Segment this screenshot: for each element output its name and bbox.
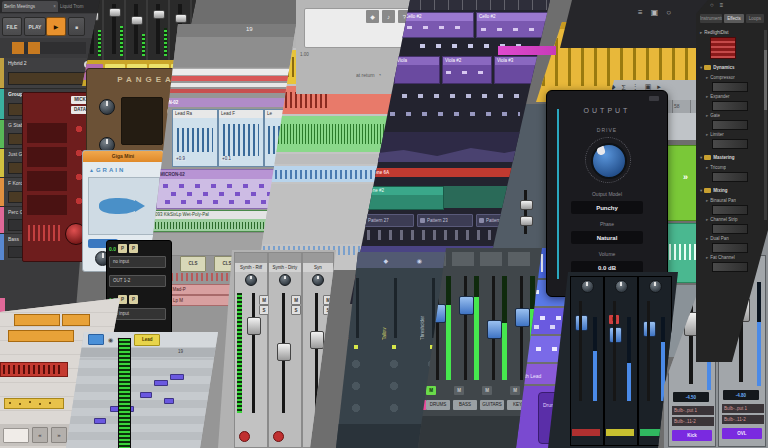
- clip-viola-3[interactable]: Viola #3: [494, 56, 542, 84]
- tab-effects[interactable]: Effects: [724, 14, 744, 23]
- clip-viola-2[interactable]: Viola #2: [442, 56, 492, 84]
- strip-buttons[interactable]: [269, 253, 301, 263]
- automation-clip[interactable]: [370, 132, 538, 162]
- mini-fader-cap[interactable]: [520, 216, 533, 226]
- fader-track[interactable]: [613, 301, 616, 401]
- midi-note[interactable]: [170, 374, 184, 380]
- strip-fader-track[interactable]: [315, 293, 318, 413]
- track-name-strip[interactable]: Kick: [672, 430, 712, 441]
- diamond-icon[interactable]: ◆: [384, 257, 389, 264]
- strip-fader-cap[interactable]: [277, 343, 291, 361]
- clip-cello-2[interactable]: Cello #2: [476, 12, 548, 38]
- strip-fader-cap[interactable]: [247, 317, 261, 335]
- fader-cap[interactable]: [459, 296, 474, 315]
- midi-note[interactable]: [140, 392, 152, 398]
- pan-button[interactable]: P: [129, 295, 138, 304]
- play-button[interactable]: ▶: [46, 17, 66, 36]
- knob-icon[interactable]: ◉: [417, 257, 422, 264]
- orange-clip[interactable]: [14, 314, 60, 326]
- editor-ruler[interactable]: 19: [66, 348, 218, 357]
- pan-knob[interactable]: [649, 280, 662, 293]
- model-value[interactable]: Punchy: [571, 201, 643, 214]
- output-selector[interactable]: OUT 1-2: [109, 275, 166, 287]
- solo-button[interactable]: S: [291, 305, 301, 315]
- list-item[interactable]: ▸ Fat Channel: [706, 253, 764, 262]
- phase-value[interactable]: Natural: [571, 231, 643, 244]
- list-item[interactable]: ▸ Compressor: [706, 73, 764, 82]
- strip-name[interactable]: Synth - Riff: [235, 263, 267, 272]
- mini-fader-track[interactable]: [524, 190, 527, 234]
- mute-button[interactable]: M: [291, 295, 301, 305]
- list-item[interactable]: ▸ Binaural Pan: [706, 196, 764, 205]
- search-icon[interactable]: ○: [710, 2, 714, 8]
- list-item[interactable]: ▸ Expander: [706, 92, 764, 101]
- record-arm[interactable]: [239, 431, 250, 442]
- orange-clip-wide[interactable]: [8, 330, 74, 342]
- strip-buttons[interactable]: [303, 253, 333, 263]
- panel-icon[interactable]: ▣: [651, 8, 659, 17]
- pan-knob[interactable]: [279, 274, 291, 286]
- solo-button[interactable]: S: [323, 305, 333, 315]
- mute-button[interactable]: M: [454, 386, 464, 395]
- midi-note[interactable]: [164, 398, 174, 404]
- fl-slider[interactable]: [432, 278, 435, 338]
- pan-knob[interactable]: [245, 274, 257, 286]
- group-header-mixing[interactable]: ▾ Mixing: [700, 185, 764, 196]
- track-row-hybrid2[interactable]: Hybrid 2: [0, 58, 96, 89]
- output-path[interactable]: Bulb-..put 1: [722, 404, 764, 413]
- clip-viola-1[interactable]: Viola: [394, 56, 440, 84]
- close-icon[interactable]: ×: [53, 4, 56, 9]
- fl-strip-label[interactable]: Tallow: [382, 276, 387, 340]
- pan-button[interactable]: P: [129, 244, 138, 253]
- group-header-dynamics[interactable]: ▾ Dynamics: [700, 62, 764, 73]
- tab-loops[interactable]: Loops: [746, 14, 764, 23]
- orange-clip[interactable]: [62, 314, 90, 326]
- knob-icon[interactable]: ◉: [108, 336, 113, 343]
- list-item-redlightdist[interactable]: ▸ RedlightDist: [700, 27, 764, 37]
- clip-cello-1[interactable]: Cello #2: [402, 12, 474, 38]
- clip-scene-teal[interactable]: Scene #2: [362, 186, 444, 210]
- fader-track[interactable]: [464, 276, 467, 380]
- strip-fader-cap[interactable]: [310, 331, 324, 349]
- fader-track[interactable]: [134, 4, 138, 54]
- scroll-thumb[interactable]: [764, 50, 767, 110]
- mute-button[interactable]: M: [482, 386, 492, 395]
- strip-name[interactable]: Syn: [303, 263, 333, 272]
- browser-scrollbar[interactable]: [764, 30, 767, 220]
- play-label-button[interactable]: PLAY: [24, 17, 46, 36]
- track-name[interactable]: GUITARS: [480, 400, 504, 410]
- output-path-2[interactable]: Bulb-..11-2: [672, 417, 714, 426]
- midi-note[interactable]: [154, 380, 168, 386]
- strip-fader-track[interactable]: [252, 293, 255, 413]
- lead-tag[interactable]: Lead: [134, 334, 160, 346]
- fl-slider[interactable]: [356, 278, 359, 338]
- list-item[interactable]: ▸ Tricomp: [706, 163, 764, 172]
- stop-button[interactable]: ■: [68, 17, 85, 36]
- red-audio-clip[interactable]: [0, 362, 68, 377]
- drive-knob[interactable]: [591, 143, 627, 179]
- rewind-button[interactable]: «: [32, 427, 48, 443]
- gain-value[interactable]: 0.0: [109, 246, 116, 252]
- pan-knob[interactable]: [615, 280, 628, 293]
- search-icon[interactable]: ○: [666, 8, 671, 17]
- list-item[interactable]: ▸ Channel Strip: [706, 215, 764, 224]
- sync-button[interactable]: [88, 334, 104, 345]
- mute-button[interactable]: M: [426, 386, 436, 395]
- group-header-mastering[interactable]: ▾ Mastering: [700, 152, 764, 163]
- forward-button[interactable]: »: [51, 427, 67, 443]
- menu-icon[interactable]: ≡: [720, 2, 724, 8]
- list-item[interactable]: ▸ Gate: [706, 111, 764, 120]
- diamond-icon[interactable]: ◆: [366, 10, 379, 23]
- pattern-clip[interactable]: Pattern 23: [417, 214, 473, 227]
- menu-icon[interactable]: ≡: [638, 8, 643, 17]
- fader-track[interactable]: [647, 301, 650, 401]
- dotted-clip[interactable]: [4, 398, 64, 409]
- list-item[interactable]: ▸ Limiter: [706, 130, 764, 139]
- track-name[interactable]: BASS: [453, 400, 477, 410]
- fader-track[interactable]: [579, 301, 582, 401]
- output-path[interactable]: Bulb-..put 1: [672, 406, 714, 415]
- pan-knob[interactable]: [312, 274, 324, 286]
- fl-strip-label[interactable]: Thresholder: [420, 276, 425, 340]
- mute-button[interactable]: M: [510, 386, 520, 395]
- track-name-strip[interactable]: OVL: [722, 428, 762, 439]
